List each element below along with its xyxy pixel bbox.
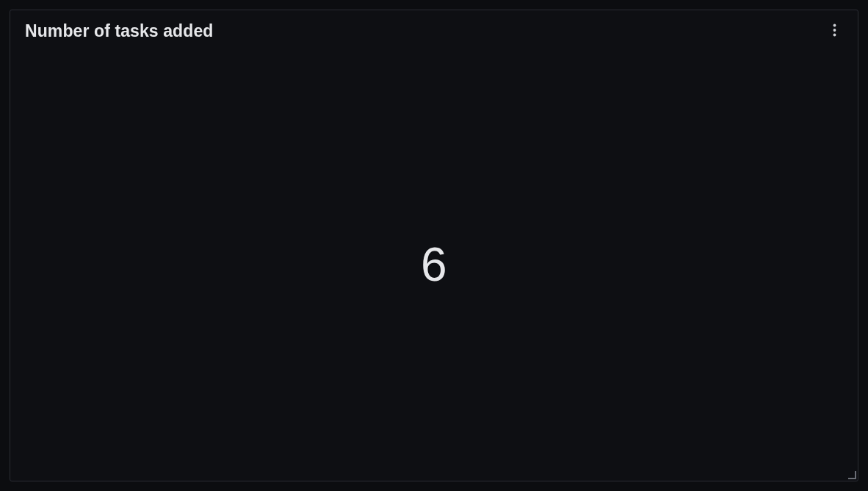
stat-panel: Number of tasks added 6 <box>10 10 858 481</box>
panel-body: 6 <box>10 49 858 481</box>
svg-point-0 <box>833 24 836 26</box>
panel-header: Number of tasks added <box>10 10 858 49</box>
svg-point-1 <box>833 29 836 32</box>
panel-menu-button[interactable] <box>824 21 845 41</box>
svg-point-2 <box>833 33 836 36</box>
kebab-menu-icon <box>833 24 836 39</box>
resize-handle[interactable] <box>846 469 856 479</box>
resize-handle-icon <box>846 469 856 481</box>
stat-value: 6 <box>421 241 447 288</box>
panel-title: Number of tasks added <box>25 21 213 41</box>
